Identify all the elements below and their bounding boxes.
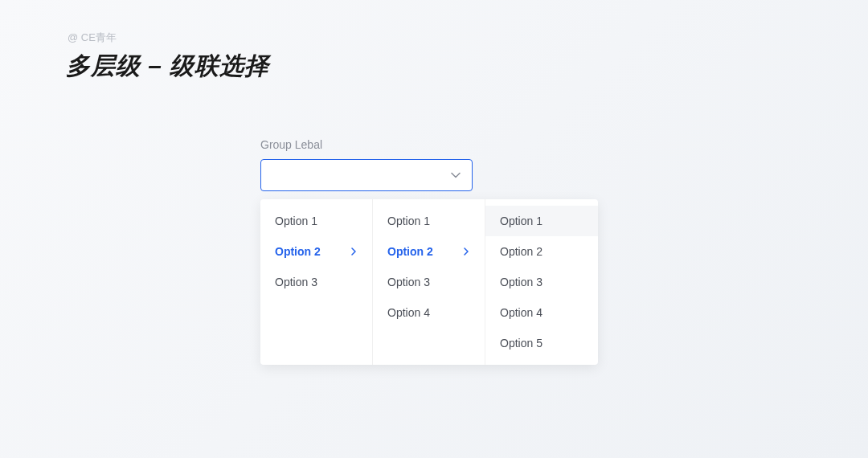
cascader-column: Option 1Option 2Option 3Option 4Option 5 bbox=[485, 199, 598, 365]
option-label: Option 2 bbox=[387, 245, 433, 258]
option-label: Option 3 bbox=[387, 276, 430, 288]
option-label: Option 1 bbox=[275, 215, 317, 227]
option-label: Option 4 bbox=[387, 306, 430, 319]
cascader-option[interactable]: Option 1 bbox=[260, 206, 372, 236]
chevron-right-icon bbox=[462, 247, 470, 256]
credit-text: @ CE青年 bbox=[68, 31, 117, 45]
option-label: Option 5 bbox=[500, 337, 542, 350]
cascader-option[interactable]: Option 3 bbox=[260, 267, 372, 297]
cascader-option[interactable]: Option 4 bbox=[373, 297, 485, 328]
option-label: Option 2 bbox=[275, 245, 321, 258]
cascader-option[interactable]: Option 5 bbox=[485, 328, 598, 358]
option-label: Option 3 bbox=[500, 276, 542, 288]
option-label: Option 4 bbox=[500, 306, 542, 319]
option-label: Option 1 bbox=[387, 215, 430, 227]
option-label: Option 1 bbox=[500, 215, 542, 227]
cascader-option[interactable]: Option 2 bbox=[485, 236, 598, 267]
cascader-dropdown: Option 1Option 2Option 3Option 1Option 2… bbox=[260, 199, 598, 365]
chevron-down-icon bbox=[451, 170, 461, 180]
cascader-form: Group Lebal bbox=[260, 138, 473, 191]
cascader-option[interactable]: Option 1 bbox=[485, 206, 598, 236]
cascader-column: Option 1Option 2Option 3 bbox=[260, 199, 373, 365]
cascader-option[interactable]: Option 2 bbox=[373, 236, 485, 267]
option-label: Option 3 bbox=[275, 276, 317, 288]
option-label: Option 2 bbox=[500, 245, 542, 258]
cascader-option[interactable]: Option 3 bbox=[485, 267, 598, 297]
cascader-column: Option 1Option 2Option 3Option 4 bbox=[373, 199, 485, 365]
cascader-input[interactable] bbox=[260, 159, 473, 191]
cascader-option[interactable]: Option 3 bbox=[373, 267, 485, 297]
chevron-right-icon bbox=[350, 247, 358, 256]
cascader-option[interactable]: Option 4 bbox=[485, 297, 598, 328]
cascader-option[interactable]: Option 1 bbox=[373, 206, 485, 236]
page-title: 多层级 – 级联选择 bbox=[66, 50, 269, 83]
cascader-option[interactable]: Option 2 bbox=[260, 236, 372, 267]
field-label: Group Lebal bbox=[260, 138, 473, 151]
